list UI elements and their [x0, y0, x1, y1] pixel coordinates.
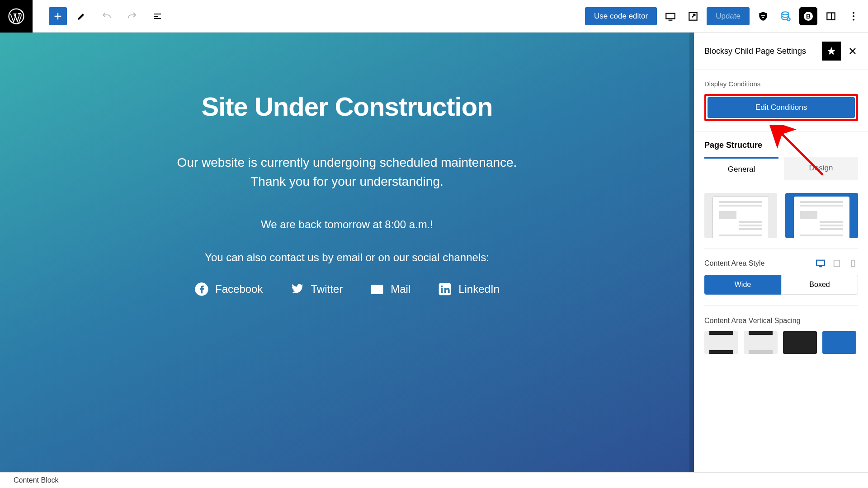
structure-tabs: General Design [694, 157, 868, 180]
svg-rect-15 [441, 288, 443, 293]
plugin-b-icon[interactable]: B [799, 7, 817, 25]
svg-point-9 [853, 15, 854, 17]
svg-point-8 [853, 12, 854, 14]
social-label: Facebook [215, 283, 263, 296]
spacing-option-full[interactable] [822, 331, 856, 354]
editor-footer: Content Block [0, 472, 868, 488]
star-button[interactable] [822, 42, 841, 61]
social-label: Mail [391, 283, 410, 296]
display-conditions-label: Display Conditions [704, 80, 858, 88]
spacing-option-both[interactable] [704, 331, 738, 354]
social-twitter[interactable]: Twitter [290, 282, 343, 296]
sidebar-header: Blocksy Child Page Settings [694, 33, 868, 70]
update-button[interactable]: Update [707, 7, 750, 25]
spacing-option-none[interactable] [783, 331, 817, 354]
external-link-icon[interactable] [684, 7, 702, 25]
svg-point-14 [441, 286, 443, 288]
top-toolbar: Use code editor Update B [0, 0, 868, 33]
vertical-spacing-label: Content Area Vertical Spacing [704, 317, 801, 325]
svg-rect-1 [666, 13, 675, 19]
layout-options [694, 180, 868, 248]
toolbar-right: Use code editor Update B [585, 7, 863, 25]
close-sidebar-icon[interactable] [847, 46, 858, 56]
device-desktop-icon[interactable] [816, 259, 826, 267]
social-row: Facebook Twitter Mail LinkedIn [194, 282, 500, 296]
device-switcher [816, 259, 858, 267]
wide-toggle[interactable]: Wide [704, 275, 781, 295]
device-mobile-icon[interactable] [848, 259, 858, 267]
shield-icon[interactable] [754, 7, 772, 25]
edit-tool-icon[interactable] [71, 5, 92, 27]
sidebar-toggle-icon[interactable] [822, 7, 840, 25]
settings-sidebar: Blocksy Child Page Settings Display Cond… [694, 33, 868, 472]
redo-icon[interactable] [121, 5, 143, 27]
more-options-icon[interactable] [844, 7, 863, 25]
tab-design[interactable]: Design [784, 157, 858, 180]
desktop-preview-icon[interactable] [661, 7, 679, 25]
social-mail[interactable]: Mail [370, 282, 410, 296]
page-structure-heading: Page Structure [694, 131, 868, 157]
contact-text: You can also contact us by email or on o… [205, 251, 489, 264]
add-block-button[interactable] [49, 7, 67, 25]
wordpress-logo[interactable] [0, 0, 33, 33]
svg-point-10 [853, 19, 854, 20]
layout-option-wide[interactable] [785, 193, 858, 238]
content-style-toggle: Wide Boxed [694, 275, 868, 305]
content-area-style-label: Content Area Style [704, 259, 764, 267]
boxed-toggle[interactable]: Boxed [781, 275, 858, 295]
document-outline-icon[interactable] [146, 5, 168, 27]
toolbar-left [5, 0, 168, 33]
vertical-spacing-row: Content Area Vertical Spacing [694, 306, 868, 331]
svg-rect-17 [834, 260, 840, 267]
social-label: Twitter [311, 283, 343, 296]
svg-rect-18 [851, 260, 854, 267]
svg-point-3 [782, 12, 788, 15]
breadcrumb[interactable]: Content Block [14, 476, 59, 484]
edit-conditions-highlight: Edit Conditions [704, 94, 858, 121]
editor-canvas[interactable]: Site Under Construction Our website is c… [0, 33, 694, 472]
tab-general[interactable]: General [704, 157, 778, 180]
edit-conditions-button[interactable]: Edit Conditions [708, 97, 855, 118]
page-title: Site Under Construction [201, 91, 492, 122]
back-time-text: We are back tomorrow at 8:00 a.m.! [261, 218, 433, 231]
social-facebook[interactable]: Facebook [194, 282, 263, 296]
main-area: Site Under Construction Our website is c… [0, 33, 868, 472]
spacing-option-top[interactable] [744, 331, 778, 354]
content-area-style-row: Content Area Style [694, 249, 868, 275]
social-label: LinkedIn [458, 283, 500, 296]
canvas-scrollbar[interactable] [689, 33, 694, 472]
sidebar-title: Blocksy Child Page Settings [704, 47, 822, 56]
database-icon[interactable] [777, 7, 795, 25]
social-linkedin[interactable]: LinkedIn [438, 282, 500, 296]
svg-text:B: B [806, 13, 811, 20]
code-editor-button[interactable]: Use code editor [585, 7, 657, 25]
layout-option-normal[interactable] [704, 193, 777, 238]
undo-icon[interactable] [96, 5, 118, 27]
page-subtitle: Our website is currently undergoing sche… [177, 153, 517, 191]
spacing-options [694, 331, 868, 363]
svg-rect-16 [816, 260, 825, 266]
device-tablet-icon[interactable] [832, 259, 842, 267]
display-conditions-section: Display Conditions Edit Conditions [694, 70, 868, 131]
